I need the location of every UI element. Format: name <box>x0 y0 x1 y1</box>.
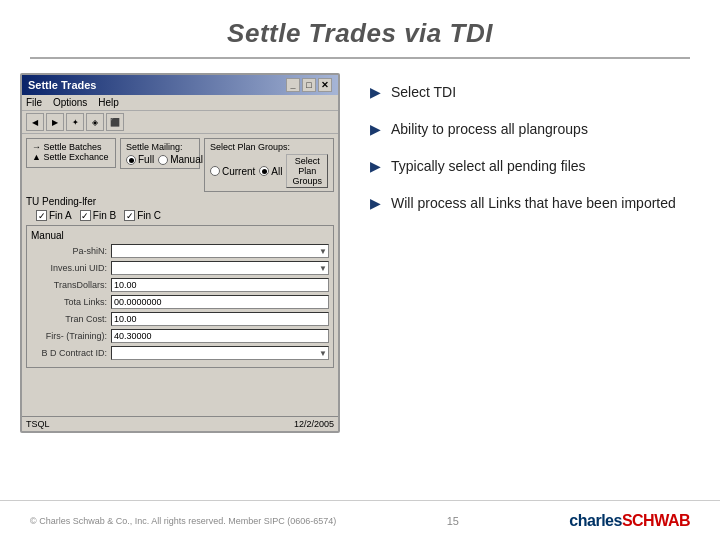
checkbox-fin-b-label: Fin B <box>93 210 116 221</box>
bullet-text-3: Typically select all pending files <box>391 157 586 176</box>
field-row-tran-cost: Tran Cost: 10.00 <box>31 312 329 326</box>
radio-full-dot <box>126 155 136 165</box>
field-row-invesuid: Inves.uni UID: ▼ <box>31 261 329 275</box>
page-title: Settle Trades via TDI <box>0 0 720 57</box>
dialog-toolbar: ◀ ▶ ✦ ◈ ⬛ <box>22 111 338 134</box>
pending-label: TU Pending-lfer <box>26 196 334 207</box>
field-input-tran-cost[interactable]: 10.00 <box>111 312 329 326</box>
field-input-contractid[interactable]: ▼ <box>111 346 329 360</box>
bullet-arrow-4: ▶ <box>370 195 381 211</box>
checkbox-fin-b-box: ✓ <box>80 210 91 221</box>
minimize-button[interactable]: _ <box>286 78 300 92</box>
select-plan-groups-button[interactable]: Select Plan Groups <box>286 154 328 188</box>
toolbar-icon-3[interactable]: ✦ <box>66 113 84 131</box>
radio-full[interactable]: Full <box>126 154 154 165</box>
menu-help[interactable]: Help <box>98 97 119 108</box>
dialog-body: → Settle Batches▲ Settle Exchance Settle… <box>22 134 338 372</box>
mailing-label: Settle Mailing: <box>126 142 194 152</box>
field-input-invesuid[interactable]: ▼ <box>111 261 329 275</box>
toolbar-icon-2[interactable]: ▶ <box>46 113 64 131</box>
dialog-titlebar: Settle Trades _ □ ✕ <box>22 75 338 95</box>
checkbox-fin-a-label: Fin A <box>49 210 72 221</box>
settle-method-label: → Settle Batches▲ Settle Exchance <box>32 142 110 162</box>
radio-manual[interactable]: Manual <box>158 154 203 165</box>
radio-full-label: Full <box>138 154 154 165</box>
bullet-text-4: Will process all Links that have been im… <box>391 194 676 213</box>
dialog-menubar: File Options Help <box>22 95 338 111</box>
radio-current-label: Current <box>222 166 255 177</box>
bullet-item-1: ▶ Select TDI <box>370 83 690 102</box>
field-arrow-pashin: ▼ <box>319 247 327 256</box>
field-input-training[interactable]: 40.30000 <box>111 329 329 343</box>
bullet-text-2: Ability to process all plangroups <box>391 120 588 139</box>
field-input-pashin[interactable]: ▼ <box>111 244 329 258</box>
bullet-text-1: Select TDI <box>391 83 456 102</box>
dialog-statusbar: TSQL 12/2/2005 <box>22 416 338 431</box>
field-label-training: Firs- (Training): <box>31 331 111 341</box>
bullet-item-4: ▶ Will process all Links that have been … <box>370 194 690 213</box>
field-arrow-invesuid: ▼ <box>319 264 327 273</box>
status-date: 12/2/2005 <box>294 419 334 429</box>
field-label-contractid: B D Contract ID: <box>31 348 111 358</box>
bullet-arrow-1: ▶ <box>370 84 381 100</box>
top-row: → Settle Batches▲ Settle Exchance Settle… <box>26 138 334 192</box>
field-row-pashin: Pa-shiN: ▼ <box>31 244 329 258</box>
toolbar-icon-4[interactable]: ◈ <box>86 113 104 131</box>
field-input-tota-links[interactable]: 00.0000000 <box>111 295 329 309</box>
radio-current-dot <box>210 166 220 176</box>
plan-groups-panel: Select Plan Groups: Current All Select P… <box>204 138 334 192</box>
radio-all-label: All <box>271 166 282 177</box>
plan-groups-label: Select Plan Groups: <box>210 142 328 152</box>
manual-title: Manual <box>31 230 329 241</box>
maximize-button[interactable]: □ <box>302 78 316 92</box>
title-divider <box>30 57 690 59</box>
toolbar-icon-1[interactable]: ◀ <box>26 113 44 131</box>
content-area: Settle Trades _ □ ✕ File Options Help ◀ … <box>0 73 720 433</box>
footer-page: 15 <box>447 515 459 527</box>
field-row-transdollars: TransDollars: 10.00 <box>31 278 329 292</box>
toolbar-icon-5[interactable]: ⬛ <box>106 113 124 131</box>
dialog-title: Settle Trades <box>28 79 96 91</box>
radio-all[interactable]: All <box>259 166 282 177</box>
settle-method-panel: → Settle Batches▲ Settle Exchance <box>26 138 116 168</box>
checkbox-fin-c-label: Fin C <box>137 210 161 221</box>
mailing-panel: Settle Mailing: Full Manual <box>120 138 200 169</box>
field-input-transdollars[interactable]: 10.00 <box>111 278 329 292</box>
radio-manual-label: Manual <box>170 154 203 165</box>
bullets-panel: ▶ Select TDI ▶ Ability to process all pl… <box>350 73 700 433</box>
checkbox-fin-c-box: ✓ <box>124 210 135 221</box>
footer-logo-charles: charles <box>569 512 622 529</box>
field-arrow-contractid: ▼ <box>319 349 327 358</box>
field-label-tota-links: Tota Links: <box>31 297 111 307</box>
checkbox-fin-b[interactable]: ✓ Fin B <box>80 210 116 221</box>
manual-section: Manual Pa-shiN: ▼ Inves.uni UID: ▼ Trans… <box>26 225 334 368</box>
field-row-contractid: B D Contract ID: ▼ <box>31 346 329 360</box>
menu-file[interactable]: File <box>26 97 42 108</box>
close-button[interactable]: ✕ <box>318 78 332 92</box>
checkbox-fin-a[interactable]: ✓ Fin A <box>36 210 72 221</box>
checkbox-fin-c[interactable]: ✓ Fin C <box>124 210 161 221</box>
footer-logo: charlesSCHWAB <box>569 512 690 530</box>
footer: © Charles Schwab & Co., Inc. All rights … <box>0 500 720 540</box>
field-row-training: Firs- (Training): 40.30000 <box>31 329 329 343</box>
radio-all-dot <box>259 166 269 176</box>
mailing-radios: Full Manual <box>126 154 194 165</box>
field-label-tran-cost: Tran Cost: <box>31 314 111 324</box>
bullet-arrow-2: ▶ <box>370 121 381 137</box>
status-sql: TSQL <box>26 419 50 429</box>
bullet-item-3: ▶ Typically select all pending files <box>370 157 690 176</box>
titlebar-buttons: _ □ ✕ <box>286 78 332 92</box>
footer-logo-schwab: SCHWAB <box>622 512 690 529</box>
field-label-transdollars: TransDollars: <box>31 280 111 290</box>
radio-current[interactable]: Current <box>210 166 255 177</box>
bullet-arrow-3: ▶ <box>370 158 381 174</box>
menu-options[interactable]: Options <box>53 97 87 108</box>
field-label-invesuid: Inves.uni UID: <box>31 263 111 273</box>
bullet-item-2: ▶ Ability to process all plangroups <box>370 120 690 139</box>
plan-groups-radios: Current All Select Plan Groups <box>210 154 328 188</box>
dialog-panel: Settle Trades _ □ ✕ File Options Help ◀ … <box>20 73 340 433</box>
field-row-tota-links: Tota Links: 00.0000000 <box>31 295 329 309</box>
footer-copyright: © Charles Schwab & Co., Inc. All rights … <box>30 516 336 526</box>
pending-checkboxes: ✓ Fin A ✓ Fin B ✓ Fin C <box>26 210 334 221</box>
checkbox-fin-a-box: ✓ <box>36 210 47 221</box>
